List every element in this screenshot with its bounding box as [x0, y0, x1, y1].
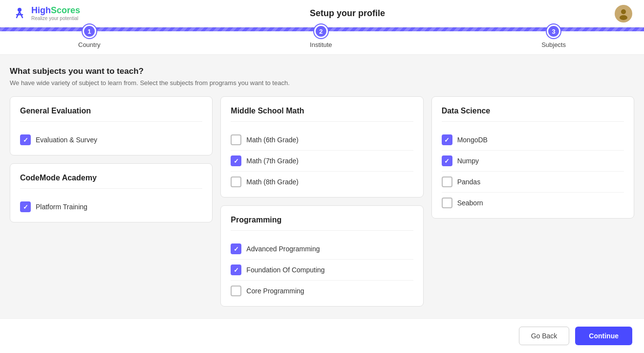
- avatar-icon: [617, 7, 630, 21]
- seaborn-checkbox[interactable]: [442, 198, 452, 208]
- foundation-computing-checkbox[interactable]: [231, 265, 241, 275]
- left-column: General Evaluation Evaluation & Survey C…: [10, 96, 213, 222]
- core-programming-label: Core Programming: [246, 287, 304, 295]
- avatar: [615, 5, 632, 22]
- pandas-checkbox[interactable]: [442, 176, 452, 187]
- pandas-label: Pandas: [457, 178, 480, 186]
- go-back-button[interactable]: Go Back: [519, 327, 570, 345]
- numpy-item[interactable]: Numpy: [442, 151, 624, 172]
- math-7th-item[interactable]: Math (7th Grade): [231, 151, 413, 172]
- platform-training-item[interactable]: Platform Training: [20, 197, 202, 212]
- step-institute: 2 Institute: [310, 24, 332, 48]
- evaluation-survey-label: Evaluation & Survey: [36, 136, 97, 144]
- main-content: What subjects you want to teach? We have…: [0, 55, 644, 318]
- math-7th-label: Math (7th Grade): [246, 157, 299, 165]
- math-8th-item[interactable]: Math (8th Grade): [231, 172, 413, 187]
- logo-text: HighScores Realize your potential: [31, 5, 80, 22]
- general-evaluation-title: General Evaluation: [20, 107, 202, 122]
- general-evaluation-card: General Evaluation Evaluation & Survey: [10, 96, 213, 155]
- platform-training-label: Platform Training: [36, 203, 87, 211]
- step-label-2: Institute: [310, 41, 332, 48]
- step-country: 1 Country: [78, 24, 101, 48]
- foundation-computing-item[interactable]: Foundation Of Computing: [231, 260, 413, 281]
- advanced-programming-label: Advanced Programming: [246, 245, 320, 253]
- page-title: Setup your profile: [310, 8, 385, 19]
- math-8th-checkbox[interactable]: [231, 176, 241, 187]
- advanced-programming-item[interactable]: Advanced Programming: [231, 239, 413, 260]
- mongodb-item[interactable]: MongoDB: [442, 130, 624, 151]
- mongodb-label: MongoDB: [457, 136, 488, 144]
- data-science-card: Data Science MongoDB Numpy Pandas Seabor…: [431, 96, 634, 219]
- advanced-programming-checkbox[interactable]: [231, 243, 241, 254]
- steps-container: 1 Country 2 Institute 3 Subjects: [0, 24, 644, 54]
- core-programming-item[interactable]: Core Programming: [231, 281, 413, 296]
- math-6th-checkbox[interactable]: [231, 134, 241, 145]
- step-label-3: Subjects: [541, 41, 566, 48]
- step-circle-1: 1: [83, 24, 96, 38]
- logo: HighScores Realize your potential: [12, 5, 80, 22]
- cards-grid: General Evaluation Evaluation & Survey C…: [10, 96, 634, 307]
- logo-icon: [12, 6, 27, 22]
- programming-title: Programming: [231, 216, 413, 231]
- math-6th-label: Math (6th Grade): [246, 136, 299, 144]
- header: HighScores Realize your potential Setup …: [0, 0, 644, 27]
- codemode-academy-title: CodeMode Academy: [20, 174, 202, 189]
- data-science-title: Data Science: [442, 107, 624, 122]
- platform-training-checkbox[interactable]: [20, 201, 31, 212]
- core-programming-checkbox[interactable]: [231, 286, 241, 296]
- pandas-item[interactable]: Pandas: [442, 172, 624, 193]
- middle-column: Middle School Math Math (6th Grade) Math…: [220, 96, 423, 307]
- progress-section: 1 Country 2 Institute 3 Subjects: [0, 27, 644, 55]
- middle-school-math-card: Middle School Math Math (6th Grade) Math…: [220, 96, 423, 198]
- logo-high: High: [31, 5, 51, 15]
- middle-school-math-title: Middle School Math: [231, 107, 413, 122]
- codemode-academy-card: CodeMode Academy Platform Training: [10, 163, 213, 222]
- section-desc: We have wide variety of subject to learn…: [10, 79, 634, 87]
- step-subjects: 3 Subjects: [541, 24, 566, 48]
- section-title: What subjects you want to teach?: [10, 66, 634, 76]
- math-7th-checkbox[interactable]: [231, 155, 241, 166]
- logo-subtitle: Realize your potential: [31, 16, 80, 22]
- right-column: Data Science MongoDB Numpy Pandas Seabor…: [431, 96, 634, 219]
- evaluation-survey-checkbox[interactable]: [20, 134, 31, 145]
- mongodb-checkbox[interactable]: [442, 134, 452, 145]
- foundation-computing-label: Foundation Of Computing: [246, 266, 324, 274]
- programming-card: Programming Advanced Programming Foundat…: [220, 205, 423, 307]
- step-circle-2: 2: [314, 24, 328, 38]
- math-6th-item[interactable]: Math (6th Grade): [231, 130, 413, 151]
- evaluation-survey-item[interactable]: Evaluation & Survey: [20, 130, 202, 145]
- seaborn-item[interactable]: Seaborn: [442, 193, 624, 208]
- seaborn-label: Seaborn: [457, 199, 483, 207]
- math-8th-label: Math (8th Grade): [246, 178, 299, 186]
- continue-button[interactable]: Continue: [575, 327, 632, 345]
- footer: Go Back Continue: [0, 318, 644, 353]
- step-label-1: Country: [78, 41, 101, 48]
- numpy-checkbox[interactable]: [442, 155, 452, 166]
- step-circle-3: 3: [547, 24, 560, 38]
- svg-point-5: [620, 15, 627, 20]
- numpy-label: Numpy: [457, 157, 479, 165]
- svg-point-4: [621, 9, 626, 14]
- logo-scores: Scores: [51, 5, 80, 15]
